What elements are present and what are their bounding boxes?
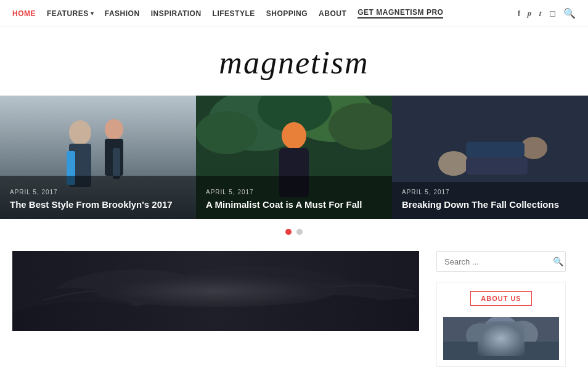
nav-social-icons: f 𝒑 𝒕 ◻ 🔍 [518, 7, 576, 19]
slide-1-title: The Best Style From Brooklyn's 2017 [10, 199, 186, 211]
nav-lifestyle[interactable]: LIFESTYLE [213, 9, 255, 18]
svg-point-29 [277, 282, 419, 331]
instagram-icon[interactable]: ◻ [549, 9, 556, 18]
slide-3-title: Breaking Down The Fall Collections [402, 199, 578, 211]
svg-point-28 [12, 288, 136, 331]
nav-links: HOME FEATURES ▾ FASHION INSPIRATION LIFE… [12, 8, 443, 18]
search-icon[interactable]: 🔍 [563, 7, 576, 19]
slide-2-title: A Minimalist Coat is A Must For Fall [206, 199, 382, 211]
svg-point-2 [69, 120, 91, 145]
logo-section: magnetism [0, 27, 588, 96]
navigation: HOME FEATURES ▾ FASHION INSPIRATION LIFE… [0, 0, 588, 27]
article-image-illustration [12, 251, 419, 331]
svg-point-27 [148, 266, 370, 331]
slide-3-content: APRIL 5, 2017 Breaking Down The Fall Col… [392, 181, 588, 220]
svg-point-15 [282, 122, 306, 149]
search-input[interactable] [444, 257, 548, 266]
site-logo[interactable]: magnetism [0, 44, 588, 81]
about-us-section: ABOUT US [436, 282, 566, 367]
slide-1[interactable]: APRIL 5, 2017 The Best Style From Brookl… [0, 96, 196, 219]
svg-point-26 [43, 269, 228, 331]
nav-about[interactable]: ABOUT [319, 9, 346, 18]
svg-rect-25 [12, 251, 419, 331]
nav-shopping[interactable]: SHOPPING [266, 9, 308, 18]
nav-pro[interactable]: GET MAGNETISM PRO [357, 8, 443, 18]
slider-dot-2[interactable] [296, 229, 303, 235]
slides-container: APRIL 5, 2017 The Best Style From Brookl… [0, 96, 588, 219]
slide-2[interactable]: APRIL 5, 2017 A Minimalist Coat is A Mus… [196, 96, 392, 219]
slide-2-date: APRIL 5, 2017 [206, 189, 382, 195]
svg-point-32 [483, 317, 520, 350]
slide-3[interactable]: APRIL 5, 2017 Breaking Down The Fall Col… [392, 96, 588, 219]
twitter-icon[interactable]: 𝒕 [539, 9, 542, 18]
main-content: 🔍 ABOUT US [0, 245, 588, 370]
hero-slider: APRIL 5, 2017 The Best Style From Brookl… [0, 96, 588, 245]
search-box: 🔍 [436, 251, 566, 272]
svg-rect-30 [12, 251, 419, 331]
slider-dots [0, 219, 588, 245]
sidebar: 🔍 ABOUT US [436, 251, 566, 367]
slide-1-date: APRIL 5, 2017 [10, 189, 186, 195]
svg-rect-7 [113, 148, 120, 179]
article-thumbnail[interactable] [12, 251, 419, 331]
facebook-icon[interactable]: f [518, 9, 520, 18]
slide-1-content: APRIL 5, 2017 The Best Style From Brookl… [0, 181, 196, 220]
nav-inspiration[interactable]: INSPIRATION [151, 9, 202, 18]
nav-home[interactable]: HOME [12, 9, 36, 18]
nav-features[interactable]: FEATURES [47, 9, 89, 18]
search-submit-icon[interactable]: 🔍 [553, 257, 563, 266]
slide-2-content: APRIL 5, 2017 A Minimalist Coat is A Mus… [196, 181, 392, 220]
chevron-down-icon: ▾ [91, 10, 94, 17]
about-us-illustration [443, 317, 559, 360]
about-us-image [443, 317, 559, 360]
svg-point-13 [196, 111, 258, 154]
pinterest-icon[interactable]: 𝒑 [528, 9, 532, 18]
slide-3-date: APRIL 5, 2017 [402, 189, 578, 195]
article-preview [12, 251, 419, 367]
svg-rect-35 [443, 342, 559, 360]
svg-point-5 [105, 119, 123, 140]
about-us-label[interactable]: ABOUT US [470, 291, 531, 306]
nav-fashion[interactable]: FASHION [105, 9, 140, 18]
slider-dot-1[interactable] [285, 229, 292, 235]
